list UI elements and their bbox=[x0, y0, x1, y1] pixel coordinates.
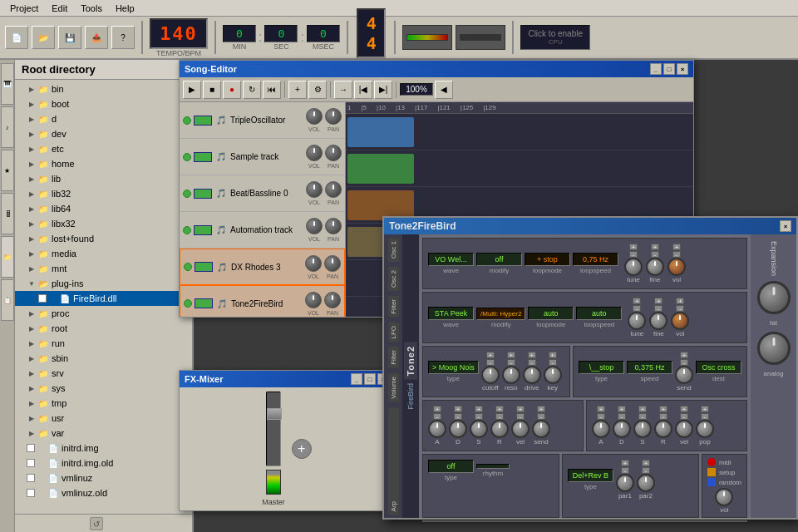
fd-down[interactable]: - bbox=[454, 413, 462, 420]
time-min-display[interactable]: 0 bbox=[223, 25, 256, 42]
lfo-send-up[interactable]: + bbox=[680, 352, 688, 358]
osc1-fine-up[interactable]: + bbox=[651, 244, 659, 250]
effect-par2-knob[interactable] bbox=[637, 474, 655, 492]
fr-up[interactable]: + bbox=[495, 406, 504, 412]
va-up[interactable]: + bbox=[597, 406, 605, 412]
osc1-vol-knob[interactable] bbox=[667, 258, 686, 276]
grid-row-1[interactable] bbox=[346, 150, 693, 187]
track-mute-2[interactable] bbox=[194, 189, 212, 199]
filter-key-knob[interactable] bbox=[544, 366, 562, 384]
tempo-display[interactable]: 140 bbox=[150, 18, 208, 49]
fa-up[interactable]: + bbox=[433, 406, 441, 412]
fs-down[interactable]: - bbox=[475, 413, 483, 420]
vd-down[interactable]: - bbox=[618, 413, 626, 420]
config-button[interactable]: ⚙ bbox=[308, 81, 327, 99]
tree-item-srv[interactable]: ▶📁srv bbox=[15, 366, 192, 381]
synth-close[interactable]: × bbox=[780, 220, 791, 232]
left-tab-songs[interactable]: ♪ bbox=[1, 106, 14, 148]
filter-cutoff-down[interactable]: - bbox=[486, 359, 495, 366]
fr-down[interactable]: - bbox=[495, 413, 504, 420]
vvel-up[interactable]: + bbox=[680, 406, 688, 412]
lfo-type-display[interactable]: \__stop bbox=[579, 361, 624, 374]
lfo-dest-display[interactable]: Osc cross bbox=[696, 361, 741, 374]
osc2-vol-knob[interactable] bbox=[671, 312, 689, 330]
osc2-loopspeed-display[interactable]: auto bbox=[576, 307, 622, 320]
cpu-display[interactable]: Click to enable CPU bbox=[520, 25, 590, 50]
vr-down[interactable]: - bbox=[659, 413, 667, 420]
filter-drive-down[interactable]: - bbox=[528, 359, 536, 366]
record-button[interactable]: ● bbox=[223, 81, 241, 99]
effect-par1-knob[interactable] bbox=[616, 474, 634, 492]
osc1-loopmode-display[interactable]: + stop bbox=[525, 253, 570, 266]
time-sec-display[interactable]: 0 bbox=[264, 25, 298, 42]
menu-tools[interactable]: Tools bbox=[74, 2, 109, 15]
master-pitch[interactable] bbox=[456, 25, 505, 50]
track-pan-knob-1[interactable] bbox=[325, 145, 342, 161]
tree-item-lost-found[interactable]: ▶📁lost+found bbox=[15, 231, 192, 246]
osc2-vol-down[interactable]: - bbox=[676, 305, 684, 312]
add-track-button[interactable]: + bbox=[288, 81, 307, 99]
track-pan-knob-2[interactable] bbox=[325, 181, 342, 198]
vol-r-knob[interactable] bbox=[654, 420, 672, 438]
vpop-down[interactable]: - bbox=[701, 413, 709, 420]
tree-item-initrd-img-old[interactable]: 📄initrd.img.old bbox=[15, 456, 192, 470]
song-editor-close[interactable]: × bbox=[677, 63, 688, 75]
osc1-loopspeed-display[interactable]: 0,75 Hz bbox=[573, 253, 618, 266]
filter-type-display[interactable]: > Moog Nois bbox=[428, 361, 479, 374]
lfo-send-down[interactable]: - bbox=[680, 359, 688, 366]
play-button[interactable]: ▶ bbox=[183, 81, 201, 99]
track-mute-4[interactable] bbox=[195, 262, 213, 272]
filter-reso-knob[interactable] bbox=[502, 366, 520, 384]
tree-item-media[interactable]: ▶📁media bbox=[15, 246, 192, 261]
zoom-control[interactable]: ◀ bbox=[435, 81, 453, 99]
save-button[interactable]: 💾 bbox=[58, 26, 81, 49]
filter-send-knob[interactable] bbox=[532, 420, 550, 438]
filter-d-knob[interactable] bbox=[449, 420, 467, 438]
refresh-button[interactable]: ↺ bbox=[90, 517, 103, 530]
vol-d-knob[interactable] bbox=[613, 420, 631, 438]
track-pan-knob-3[interactable] bbox=[325, 218, 342, 234]
tree-item-lib[interactable]: ▶📁lib bbox=[15, 171, 192, 186]
fd-up[interactable]: + bbox=[454, 406, 462, 412]
eff-par2-down[interactable]: - bbox=[642, 467, 650, 474]
skip-start-button[interactable]: |◀ bbox=[354, 81, 372, 99]
vd-up[interactable]: + bbox=[618, 406, 626, 412]
vs-up[interactable]: + bbox=[638, 406, 647, 412]
tree-item-root[interactable]: ▶📁root bbox=[15, 321, 192, 336]
vpop-up[interactable]: + bbox=[701, 406, 709, 412]
vol-pop-knob[interactable] bbox=[696, 420, 714, 438]
tree-item-libx32[interactable]: ▶📁libx32 bbox=[15, 216, 192, 231]
eff-par1-up[interactable]: + bbox=[621, 460, 629, 466]
fx-mixer-maximize[interactable]: □ bbox=[364, 373, 376, 385]
lfo-speed-display[interactable]: 0,375 Hz bbox=[627, 361, 672, 374]
song-editor-maximize[interactable]: □ bbox=[663, 63, 675, 75]
osc2-fine-knob[interactable] bbox=[649, 312, 667, 330]
menu-help[interactable]: Help bbox=[109, 2, 141, 15]
osc2-fine-up[interactable]: + bbox=[654, 298, 663, 304]
filter-drive-knob[interactable] bbox=[523, 366, 541, 384]
track-vol-knob-1[interactable] bbox=[306, 145, 323, 161]
filter-key-down[interactable]: - bbox=[549, 359, 557, 366]
track-vol-knob-3[interactable] bbox=[306, 218, 323, 234]
osc1-fine-knob[interactable] bbox=[646, 258, 664, 276]
fx-add-button[interactable]: + bbox=[292, 439, 312, 459]
osc2-tune-down[interactable]: - bbox=[633, 305, 641, 312]
master-vol[interactable] bbox=[402, 25, 452, 50]
tree-item-d[interactable]: ▶📁d bbox=[15, 111, 192, 126]
osc1-tune-knob[interactable] bbox=[624, 258, 643, 276]
left-tab-files[interactable]: 📁 bbox=[1, 236, 14, 278]
menu-edit[interactable]: Edit bbox=[45, 2, 74, 15]
track-mute-0[interactable] bbox=[194, 116, 212, 126]
fsend-down[interactable]: - bbox=[537, 413, 545, 420]
tree-item-usr[interactable]: ▶📁usr bbox=[15, 411, 192, 426]
fsend-up[interactable]: + bbox=[537, 406, 545, 412]
fx-fader[interactable] bbox=[266, 392, 281, 466]
vvel-down[interactable]: - bbox=[680, 413, 688, 420]
zoom-display[interactable]: 100% bbox=[400, 83, 433, 96]
tree-item-lib32[interactable]: ▶📁lib32 bbox=[15, 186, 192, 201]
tree-item-vmlinuz[interactable]: 📄vmlinuz bbox=[15, 470, 192, 485]
va-down[interactable]: - bbox=[597, 413, 605, 420]
track-mute-5[interactable] bbox=[195, 298, 213, 308]
filter-cutoff-up[interactable]: + bbox=[486, 352, 495, 358]
grid-row-0[interactable] bbox=[346, 114, 693, 150]
